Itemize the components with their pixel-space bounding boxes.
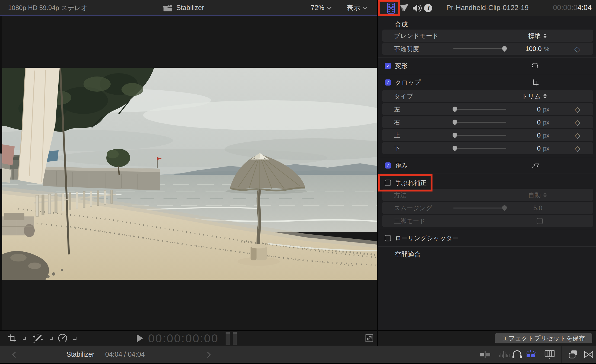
opacity-slider[interactable] (453, 48, 506, 49)
audio-meter-right[interactable] (233, 332, 237, 345)
chevron-down-icon[interactable] (73, 337, 76, 340)
zoom-level-dropdown[interactable]: 72% (311, 0, 331, 15)
chevron-down-icon[interactable] (23, 337, 26, 340)
rolling-shutter-checkbox[interactable] (385, 235, 391, 241)
crop-type-select[interactable]: トリム (521, 92, 547, 100)
crop-type-row: タイプ トリム (382, 90, 593, 102)
slider-thumb[interactable] (451, 119, 458, 125)
slider-thumb[interactable] (501, 45, 508, 52)
chevron-down-icon[interactable] (50, 337, 53, 340)
slider-thumb[interactable] (451, 132, 458, 138)
transform-checkbox[interactable]: ✓ (385, 63, 391, 69)
window-bottom-edge (0, 363, 596, 364)
smoothing-slider-disabled (453, 207, 506, 209)
viewer-toolbar: 00:00:00:00 エフェクトプリセットを保存 (0, 330, 596, 346)
color-inspector-icon[interactable] (398, 2, 410, 14)
chevron-down-icon (327, 5, 332, 9)
compositing-section-header: 合成 (378, 19, 596, 30)
viewer-inspector-divider (377, 0, 378, 346)
save-effect-preset-button[interactable]: エフェクトプリセットを保存 (495, 333, 592, 343)
crop-bottom-slider[interactable] (453, 148, 506, 149)
stepper-icon[interactable] (543, 94, 547, 99)
section-divider (378, 230, 596, 230)
keyframe-diamond-icon[interactable]: ◇ (574, 44, 580, 53)
solo-icon[interactable] (511, 349, 523, 360)
bottombar-divider (561, 346, 562, 363)
crop-right-row: 右 0px ◇ (382, 116, 593, 128)
rolling-shutter-row: ローリングシャッター (378, 233, 596, 244)
method-select-disabled: 自動 (528, 191, 547, 199)
video-inspector-icon[interactable] (385, 2, 397, 14)
retime-button[interactable] (57, 333, 68, 343)
audio-skimming-icon[interactable] (498, 349, 510, 360)
stabilization-checkbox[interactable] (385, 180, 391, 186)
audio-meter-left[interactable] (226, 332, 230, 345)
distort-onscreen-icon[interactable] (531, 162, 539, 169)
titlebar-accent-line (0, 15, 377, 16)
snapping-icon[interactable] (524, 349, 537, 360)
inspector-header: i Pr-Handheld-Clip-0122-19 00:00:04:04 (377, 0, 596, 17)
crop-left-slider[interactable] (453, 109, 506, 110)
viewer-left-scrollbar[interactable] (0, 16, 2, 330)
clapper-icon (163, 4, 172, 12)
section-divider (378, 174, 596, 174)
effects-browser-icon[interactable] (567, 349, 580, 360)
opacity-row: 不透明度 100.0% ◇ (382, 43, 593, 55)
clip-timecode: 00:00:04:04 (553, 0, 592, 15)
crop-checkbox[interactable]: ✓ (385, 79, 391, 86)
viewer-titlebar: 1080p HD 59.94p ステレオ Stabilizer 72% 表示 (0, 0, 377, 15)
tripod-mode-row: 三脚モード (382, 215, 593, 227)
keyframe-diamond-icon[interactable]: ◇ (574, 118, 580, 127)
keyframe-diamond-icon[interactable]: ◇ (574, 131, 580, 140)
transform-row: ✓ 変形 (378, 60, 596, 71)
keyframe-diamond-icon[interactable]: ◇ (574, 105, 580, 114)
previous-clip-icon[interactable] (12, 352, 18, 358)
crop-top-slider[interactable] (453, 135, 506, 136)
enhance-wand-button[interactable] (32, 332, 44, 344)
timeline-bar: Stabilizer 04:04 / 04:04 (0, 346, 596, 363)
viewer-title-group: Stabilizer (163, 0, 204, 15)
crop-top-row: 上 0px ◇ (382, 129, 593, 141)
viewer-title: Stabilizer (176, 4, 204, 12)
section-divider (378, 246, 596, 247)
expand-icon[interactable] (365, 334, 374, 343)
blend-mode-row: ブレンドモード 標準 (382, 30, 593, 42)
timeline-clip-title: Stabilizer (66, 346, 94, 362)
video-canvas[interactable] (2, 68, 377, 280)
section-divider (378, 157, 596, 157)
audio-inspector-icon[interactable] (411, 2, 423, 14)
view-menu-dropdown[interactable]: 表示 (347, 0, 367, 15)
section-divider (378, 58, 596, 58)
next-clip-icon[interactable] (205, 352, 211, 358)
crop-row: ✓ クロップ (378, 77, 596, 88)
stepper-icon (543, 193, 547, 197)
crop-bottom-row: 下 0px ◇ (382, 142, 593, 154)
format-info: 1080p HD 59.94p ステレオ (8, 0, 88, 15)
clip-skimming-icon[interactable] (479, 349, 491, 360)
info-inspector-icon[interactable]: i (424, 4, 432, 12)
slider-thumb[interactable] (451, 106, 458, 112)
final-cut-pro-window: 1080p HD 59.94p ステレオ Stabilizer 72% 表示 (0, 0, 596, 364)
video-frame-beach-scene (2, 68, 377, 280)
transform-onscreen-icon[interactable] (531, 62, 539, 70)
timeline-duration: 04:04 / 04:04 (105, 346, 145, 362)
clip-name: Pr-Handheld-Clip-0122-19 (446, 0, 529, 15)
stepper-icon[interactable] (543, 33, 547, 38)
blend-mode-select[interactable]: 標準 (528, 31, 547, 40)
chevron-down-icon (363, 5, 367, 9)
crop-tool-button[interactable] (7, 333, 17, 343)
viewer-area (0, 16, 377, 330)
playhead-timecode: 00:00:00:00 (148, 332, 219, 345)
opacity-value[interactable]: 100.0% (525, 45, 549, 53)
keyframe-diamond-icon[interactable]: ◇ (574, 144, 580, 153)
crop-right-slider[interactable] (453, 122, 506, 123)
clip-appearance-icon[interactable] (543, 349, 556, 360)
tripod-mode-checkbox-disabled (537, 218, 543, 224)
scrollbar-thumb[interactable] (0, 153, 2, 169)
distort-checkbox[interactable]: ✓ (385, 162, 391, 169)
spatial-conform-section-header: 空間適合 (378, 249, 596, 260)
crop-onscreen-icon[interactable] (531, 79, 539, 86)
slider-thumb[interactable] (451, 145, 458, 151)
play-button[interactable] (137, 334, 143, 342)
transitions-browser-icon[interactable] (582, 349, 595, 360)
